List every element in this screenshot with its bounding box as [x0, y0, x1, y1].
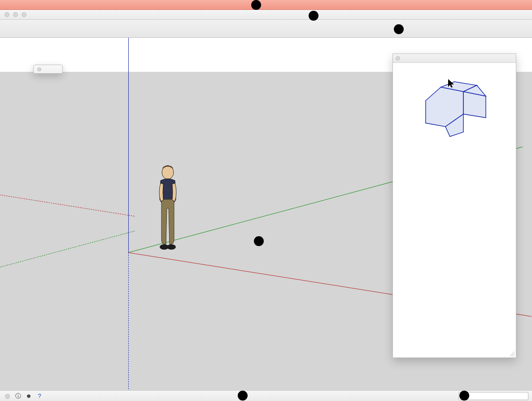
top-toolbar — [0, 20, 532, 38]
window-minimize-button[interactable] — [13, 12, 18, 17]
palette-grip[interactable] — [35, 67, 61, 71]
window-zoom-button[interactable] — [22, 12, 26, 17]
credits-icon[interactable]: ⓘ — [14, 392, 22, 400]
scale-figure — [148, 163, 188, 255]
instructor-panel[interactable] — [392, 53, 516, 358]
geo-icon[interactable]: ◎ — [4, 392, 11, 400]
resize-handle-icon[interactable] — [510, 351, 515, 357]
instructor-preview — [399, 69, 510, 150]
help-icon[interactable]: ? — [36, 392, 43, 400]
instructor-close-button[interactable] — [396, 56, 400, 61]
window-close-button[interactable] — [4, 12, 9, 17]
large-toolset[interactable] — [33, 65, 63, 74]
signin-icon[interactable]: ☻ — [25, 392, 32, 400]
mac-menubar[interactable] — [0, 0, 532, 10]
viewport-3d[interactable] — [0, 38, 532, 390]
measurements-input[interactable] — [458, 392, 528, 400]
window-titlebar — [0, 10, 532, 20]
svg-point-37 — [167, 244, 176, 250]
status-bar: ◎ ⓘ ☻ ? — [0, 390, 532, 401]
